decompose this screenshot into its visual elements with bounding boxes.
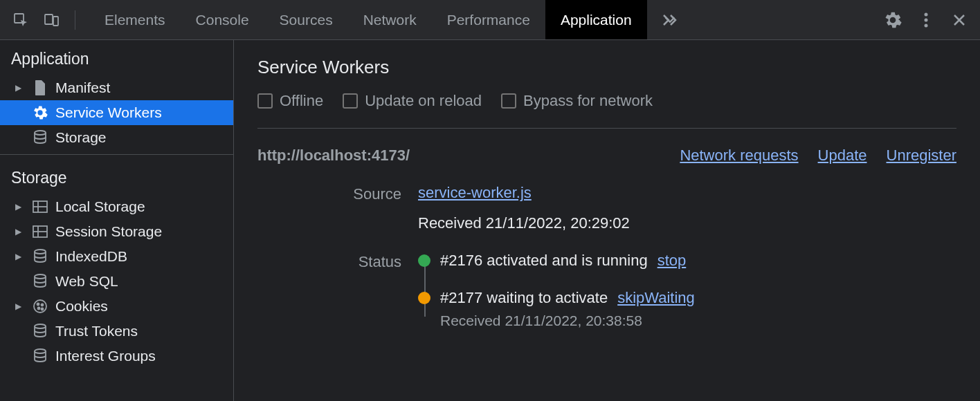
svg-point-5 [925,24,928,27]
checkbox-icon[interactable] [257,93,273,109]
close-icon[interactable] [950,10,969,30]
status-dot-orange-icon [418,292,430,304]
sidebar-item-label: Web SQL [55,273,118,290]
document-icon [32,80,48,96]
svg-point-17 [42,304,44,306]
checkbox-icon[interactable] [343,93,358,109]
origin-actions: Network requests Update Unregister [680,147,956,165]
gear-icon[interactable] [883,10,902,30]
svg-rect-2 [53,17,58,26]
database-icon [32,348,48,364]
sidebar-item-manifest[interactable]: ▶ Manifest [0,75,233,100]
sidebar-item-label: Local Storage [55,198,145,215]
sidebar-item-label: Session Storage [55,223,162,240]
sidebar-item-session-storage[interactable]: ▶ Session Storage [0,219,233,244]
sidebar-item-local-storage[interactable]: ▶ Local Storage [0,194,233,219]
sidebar-item-trust-tokens[interactable]: ▶ Trust Tokens [0,319,233,344]
kebab-menu-icon[interactable] [916,10,936,30]
link-stop[interactable]: stop [657,252,687,270]
expand-arrow-icon: ▶ [15,301,25,311]
status-text: #2177 waiting to activate [440,289,608,307]
svg-point-15 [34,300,46,313]
tab-overflow[interactable] [647,0,696,39]
sidebar-item-label: Storage [55,129,107,146]
grid-icon [32,198,48,215]
checkbox-label: Offline [280,92,323,110]
status-list: #2176 activated and is running stop #217… [418,252,956,329]
database-icon [32,248,48,265]
sidebar-item-label: Trust Tokens [55,323,138,339]
devtools-toolbar: Elements Console Sources Network Perform… [0,0,980,40]
sidebar-divider [0,154,233,155]
svg-point-13 [35,250,46,254]
link-unregister[interactable]: Unregister [887,147,956,165]
expand-arrow-icon: ▶ [15,227,25,236]
status-item-activated: #2176 activated and is running stop [418,252,956,270]
panel-tabs: Elements Console Sources Network Perform… [89,0,696,39]
field-value: service-worker.js Received 21/11/2022, 2… [418,184,956,232]
svg-point-6 [35,131,46,135]
tab-network[interactable]: Network [348,0,432,39]
sidebar-item-web-sql[interactable]: ▶ Web SQL [0,269,233,294]
origin-row: http://localhost:4173/ Network requests … [257,147,956,165]
svg-point-4 [925,18,928,21]
tab-console[interactable]: Console [181,0,264,39]
tab-performance[interactable]: Performance [432,0,545,39]
main-area: Application ▶ Manifest ▶ Service Workers… [0,40,980,401]
content-pane: Service Workers Offline Update on reload… [234,40,980,401]
checkbox-label: Update on reload [365,92,482,110]
svg-point-20 [35,324,46,328]
sidebar-section-storage: Storage [0,159,233,194]
inspect-icon[interactable] [8,8,33,32]
expand-arrow-icon: ▶ [15,202,25,212]
field-status: Status #2176 activated and is running st… [257,252,956,329]
svg-point-21 [35,349,46,353]
sidebar-item-service-workers[interactable]: ▶ Service Workers [0,100,233,125]
svg-point-19 [42,308,44,310]
field-label: Source [257,184,418,232]
database-icon [32,273,48,290]
checkbox-icon[interactable] [501,93,516,109]
sidebar-item-label: Interest Groups [55,348,156,364]
svg-point-3 [925,12,928,16]
link-skipwaiting[interactable]: skipWaiting [617,289,695,307]
toolbar-divider [75,10,75,30]
page-title: Service Workers [257,57,956,78]
sidebar-item-cookies[interactable]: ▶ Cookies [0,294,233,319]
tab-application[interactable]: Application [545,0,647,39]
sidebar-item-label: Service Workers [55,104,162,121]
gear-icon [32,104,48,121]
status-item-waiting: #2177 waiting to activate skipWaiting [418,289,956,307]
sidebar-item-storage[interactable]: ▶ Storage [0,125,233,150]
sidebar-item-label: Manifest [55,80,110,96]
sidebar-item-indexeddb[interactable]: ▶ IndexedDB [0,244,233,269]
waiting-received-timestamp: Received 21/11/2022, 20:38:58 [440,313,956,329]
expand-arrow-icon: ▶ [15,252,25,261]
tab-elements[interactable]: Elements [89,0,181,39]
svg-point-16 [37,304,39,306]
device-toggle-icon[interactable] [39,8,64,32]
svg-rect-1 [45,15,53,24]
tab-sources[interactable]: Sources [264,0,348,39]
toolbar-left [0,8,89,32]
checkbox-label: Bypass for network [523,92,653,110]
checkbox-update-on-reload[interactable]: Update on reload [343,92,482,110]
svg-point-18 [38,308,40,310]
sidebar-item-interest-groups[interactable]: ▶ Interest Groups [0,344,233,369]
checkbox-bypass-for-network[interactable]: Bypass for network [501,92,653,110]
options-row: Offline Update on reload Bypass for netw… [257,92,956,129]
svg-point-14 [35,274,46,279]
status-dot-green-icon [418,254,430,267]
link-source-file[interactable]: service-worker.js [418,184,532,201]
link-network-requests[interactable]: Network requests [680,147,798,165]
link-update[interactable]: Update [818,147,867,165]
origin-url: http://localhost:4173/ [257,147,410,165]
field-label: Status [257,252,418,329]
cookie-icon [32,298,48,315]
sidebar-item-label: IndexedDB [55,248,127,265]
checkbox-offline[interactable]: Offline [257,92,323,110]
toolbar-right [872,10,980,30]
sidebar-section-application: Application [0,40,233,75]
expand-arrow-icon: ▶ [15,83,25,93]
grid-icon [32,223,48,240]
